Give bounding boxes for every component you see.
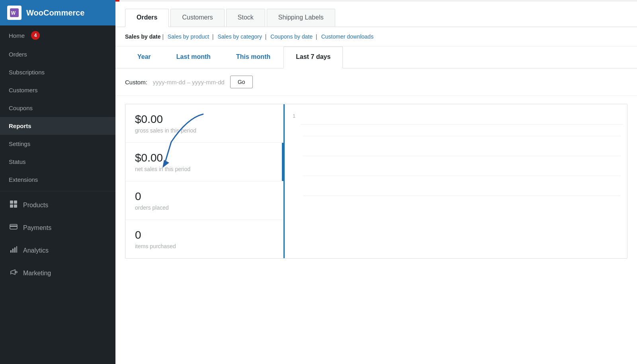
extensions-label: Extensions	[9, 176, 38, 183]
period-tab-last-month[interactable]: Last month	[164, 47, 223, 68]
sidebar-item-products[interactable]: Products	[0, 194, 115, 216]
sidebar-item-status[interactable]: Status	[0, 153, 115, 171]
subnav-active: Sales by date	[125, 33, 161, 40]
home-label: Home	[9, 32, 25, 39]
sidebar-item-analytics[interactable]: Analytics	[0, 239, 115, 262]
sidebar-item-subscriptions[interactable]: Subscriptions	[0, 63, 115, 81]
date-range-input[interactable]: yyyy-mm-dd – yyyy-mm-dd	[153, 79, 225, 86]
status-label: Status	[9, 158, 26, 165]
sub-navigation: Sales by date | Sales by product | Sales…	[115, 27, 637, 47]
custom-date-row: Custom: yyyy-mm-dd – yyyy-mm-dd Go	[115, 68, 637, 96]
svg-text:W: W	[11, 10, 16, 16]
top-accent	[115, 0, 637, 2]
subnav-customer-downloads[interactable]: Customer downloads	[321, 33, 374, 40]
gross-sales-label: gross sales in this period	[135, 127, 274, 134]
stat-orders-placed: 0 orders placed	[125, 181, 283, 220]
custom-date-label: Custom:	[125, 79, 147, 86]
period-tab-bar: Year Last month This month Last 7 days	[115, 47, 637, 68]
brand-name: WooCommerce	[26, 8, 84, 18]
stat-net-sales: $0.00 net sales in this period	[125, 143, 283, 181]
period-tab-this-month[interactable]: This month	[224, 47, 283, 68]
sidebar-header: W WooCommerce	[0, 0, 115, 25]
subnav-coupons-by-date[interactable]: Coupons by date	[270, 33, 313, 40]
stat-gross-sales: $0.00 gross sales in this period	[125, 104, 283, 143]
content-area: Orders Customers Stock Shipping Labels S…	[115, 2, 637, 364]
sidebar-item-payments[interactable]: Payments	[0, 216, 115, 239]
svg-rect-10	[14, 247, 16, 253]
chart-y-label: 1	[293, 113, 295, 119]
svg-rect-4	[10, 204, 13, 208]
svg-rect-3	[14, 200, 17, 204]
payments-label: Payments	[23, 224, 51, 232]
net-sales-label: net sales in this period	[135, 166, 274, 172]
settings-label: Settings	[9, 140, 30, 147]
coupons-label: Coupons	[9, 105, 33, 111]
woo-logo: W	[7, 6, 21, 20]
products-label: Products	[23, 202, 48, 209]
sidebar-item-orders[interactable]: Orders	[0, 45, 115, 63]
svg-rect-8	[10, 250, 12, 253]
period-tab-last-7-days[interactable]: Last 7 days	[283, 47, 343, 68]
chart-area: 1	[285, 104, 627, 258]
main-tab-bar: Orders Customers Stock Shipping Labels	[115, 2, 637, 27]
sidebar: W WooCommerce Home 4 Orders Subscription…	[0, 0, 115, 364]
orders-placed-label: orders placed	[135, 204, 274, 211]
items-purchased-label: items purchased	[135, 243, 274, 249]
customers-label: Customers	[9, 87, 38, 93]
period-tab-year[interactable]: Year	[125, 47, 163, 68]
marketing-label: Marketing	[23, 270, 51, 277]
orders-placed-value: 0	[135, 190, 274, 203]
payments-icon	[9, 223, 18, 233]
chart-svg	[291, 124, 621, 204]
analytics-label: Analytics	[23, 247, 49, 254]
stats-column: $0.00 gross sales in this period $0.00 n…	[125, 104, 285, 258]
svg-rect-7	[10, 226, 17, 227]
subscriptions-label: Subscriptions	[9, 69, 45, 76]
chart-baseline	[301, 124, 623, 125]
main-content: Orders Customers Stock Shipping Labels S…	[115, 0, 637, 364]
sidebar-item-extensions[interactable]: Extensions	[0, 171, 115, 189]
tab-customers[interactable]: Customers	[170, 9, 224, 27]
net-sales-value: $0.00	[135, 152, 274, 164]
sidebar-item-settings[interactable]: Settings	[0, 135, 115, 153]
items-purchased-value: 0	[135, 229, 274, 241]
orders-label: Orders	[9, 51, 27, 58]
sidebar-item-marketing[interactable]: Marketing	[0, 262, 115, 284]
svg-point-12	[16, 271, 17, 273]
tab-shipping[interactable]: Shipping Labels	[267, 9, 335, 27]
gross-sales-value: $0.00	[135, 113, 274, 126]
svg-rect-9	[12, 249, 14, 253]
tab-stock[interactable]: Stock	[226, 9, 265, 27]
sidebar-item-coupons[interactable]: Coupons	[0, 99, 115, 117]
go-button[interactable]: Go	[230, 76, 253, 88]
stat-items-purchased: 0 items purchased	[125, 220, 283, 258]
sidebar-item-home[interactable]: Home 4	[0, 25, 115, 45]
sidebar-item-reports[interactable]: Reports	[0, 117, 115, 135]
svg-rect-2	[10, 200, 13, 204]
tab-orders[interactable]: Orders	[125, 9, 169, 27]
home-badge: 4	[31, 31, 40, 40]
products-icon	[9, 200, 18, 210]
subnav-by-product[interactable]: Sales by product	[168, 33, 209, 40]
analytics-icon	[9, 245, 18, 255]
svg-rect-11	[16, 246, 17, 253]
reports-label: Reports	[9, 123, 31, 129]
marketing-icon	[9, 268, 18, 278]
sidebar-item-customers[interactable]: Customers	[0, 81, 115, 99]
svg-rect-5	[14, 204, 17, 208]
subnav-by-category[interactable]: Sales by category	[218, 33, 262, 40]
net-sales-bar	[282, 143, 283, 181]
nav-divider-1	[0, 191, 115, 191]
stats-chart-container: $0.00 gross sales in this period $0.00 n…	[125, 104, 627, 259]
period-tabs-wrapper: Year Last month This month Last 7 days	[115, 47, 637, 68]
